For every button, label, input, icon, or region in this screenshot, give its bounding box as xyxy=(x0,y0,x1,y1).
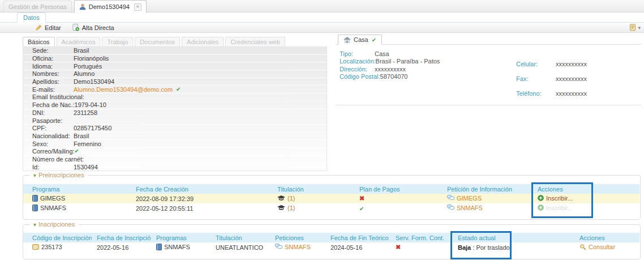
field-value: Brasil - Paraíba - Patos xyxy=(376,58,440,65)
inscribir-button[interactable]: Inscribir... xyxy=(546,204,573,211)
check-icon: ✔ xyxy=(176,86,181,93)
fecha-creacion-value: 2022-08-09 17:32:39 xyxy=(131,194,272,203)
alta-directa-button-label: Alta Directa xyxy=(82,24,114,31)
table-row-235173[interactable]: 235173 2022-05-16 SNMAFS UNEATLANTICO SN… xyxy=(23,242,639,252)
field-label: Teléfono: xyxy=(516,90,556,97)
field-value: Demo1530494 xyxy=(74,78,114,85)
field-label: Pasaporte: xyxy=(32,117,74,124)
tab-datos[interactable]: Datos xyxy=(17,12,46,23)
field-value: Portugués xyxy=(74,63,102,70)
table-row-snmafs[interactable]: SNMAFS 2022-05-12 20:55:11 (1) ✔ SNMAFS … xyxy=(23,203,639,213)
field-label: DNI: xyxy=(32,109,74,116)
check-icon: ✔ xyxy=(359,206,364,212)
speech-bubbles-icon xyxy=(447,195,454,201)
preinscripciones-legend[interactable]: ▾ Preinscripciones xyxy=(30,172,88,178)
field-label: Nombres: xyxy=(32,70,74,77)
tab-gestion-de-personas[interactable]: Gestión de Personas xyxy=(3,1,72,12)
email-link[interactable]: Alumno.Demo1530494@demo.com xyxy=(74,86,173,93)
codigo-value: 235173 xyxy=(41,244,62,250)
titulacion-value: UNEATLANTICO xyxy=(211,242,270,252)
tab-demo1530494[interactable]: Demo1530494 ✕ xyxy=(74,0,147,12)
col-plan-de-pagos: Plan de Pagos xyxy=(354,184,442,194)
inscripciones-section: ▾ Inscripciones Código de Inscripción Fe… xyxy=(23,224,641,259)
field-label: Idioma: xyxy=(32,63,74,70)
tab-academicos[interactable]: Académicos xyxy=(57,37,101,46)
consultar-button[interactable]: Consultar xyxy=(589,244,615,250)
field-value: xxxxxxxxxx xyxy=(375,66,406,73)
field-value: 1530494 xyxy=(74,164,98,171)
field-label: Sexo: xyxy=(32,140,74,147)
programa-value: SNMAFS xyxy=(164,244,190,250)
field-label: Nacionalidad: xyxy=(32,133,74,139)
col-acciones: Acciones xyxy=(533,184,587,194)
report-icon xyxy=(629,24,637,31)
field-row-nombres: Nombres:Alumno xyxy=(23,70,327,78)
toolbar-menu-button[interactable]: ▾ xyxy=(629,24,641,31)
person-panel: Básicos Académicos Trabajo Documentos Ad… xyxy=(23,35,327,171)
tab-credenciales-web[interactable]: Credenciales web xyxy=(225,37,285,46)
tab-adicionales[interactable]: Adicionales xyxy=(182,37,224,46)
field-row-emails: E-mails:Alumno.Demo1530494@demo.com✔ xyxy=(23,86,327,93)
address-tab-bar: Casa ✔ xyxy=(336,35,641,45)
tab-trabajo[interactable]: Trabajo xyxy=(102,37,133,46)
fecha-inscripcion-value: 2022-05-16 xyxy=(92,242,151,252)
tab-casa[interactable]: Casa ✔ xyxy=(338,35,382,45)
field-label: Código Postal: xyxy=(340,73,380,80)
field-label: Dirección: xyxy=(340,66,375,73)
peticion-link[interactable]: GIMEGS xyxy=(457,195,482,202)
speech-bubbles-icon xyxy=(275,244,282,250)
cross-icon: ✖ xyxy=(359,195,364,202)
field-value: 1979-04-10 xyxy=(75,101,106,108)
titulacion-count[interactable]: (1) xyxy=(287,195,295,202)
field-label: Tipo: xyxy=(340,50,375,57)
field-label: Id: xyxy=(32,164,74,171)
peticion-link[interactable]: SNMAFS xyxy=(457,204,483,211)
address-panel: Casa ✔ Tipo:Casa Localización:Brasil - P… xyxy=(336,35,641,105)
col-fecha-creacion: Fecha de Creación xyxy=(131,184,272,194)
program-icon xyxy=(32,195,38,202)
field-row-dni: DNI:2311258 xyxy=(23,109,327,117)
plus-circle-icon xyxy=(538,195,544,201)
toolbar: Editar Alta Directa ▾ xyxy=(0,23,644,33)
magnifier-icon xyxy=(579,244,586,250)
estado-actual-detail: : Por traslado xyxy=(471,244,509,251)
enrollment-card-icon xyxy=(32,244,39,250)
programa-value: SNMAFS xyxy=(40,204,66,211)
tab-label: Demo1530494 xyxy=(89,3,130,10)
preinscripciones-table: Programa Fecha de Creación Titulación Pl… xyxy=(23,184,639,213)
col-peticiones: Peticiones xyxy=(270,233,325,242)
close-icon[interactable]: ✕ xyxy=(134,3,141,11)
tab-basicos[interactable]: Básicos xyxy=(23,37,55,46)
field-label: Celular: xyxy=(516,61,556,67)
tab-documentos[interactable]: Documentos xyxy=(135,37,180,46)
section-title: Preinscripciones xyxy=(38,172,84,178)
table-row-gimegs[interactable]: GIMEGS 2022-08-09 17:32:39 (1) ✖ GIMEGS … xyxy=(23,194,639,203)
table-header-row: Programa Fecha de Creación Titulación Pl… xyxy=(23,184,639,194)
edit-button-label: Editar xyxy=(45,24,61,31)
field-value: 02857175450 xyxy=(74,125,111,131)
col-acciones: Acciones xyxy=(574,233,639,242)
plus-circle-icon xyxy=(538,204,544,211)
person-fields: Sede:Brasil Oficina:Florianópolis Idioma… xyxy=(23,46,327,171)
collapse-icon: ▾ xyxy=(33,221,36,228)
alta-directa-button[interactable]: Alta Directa xyxy=(72,24,114,31)
col-peticion-informacion: Petición de Información xyxy=(442,184,533,194)
field-value: Casa xyxy=(375,50,389,57)
col-estado-actual: Estado actual xyxy=(453,233,574,242)
address-content: Tipo:Casa Localización:Brasil - Paraíba … xyxy=(336,45,641,105)
field-row-fecha-nac: Fecha de Nac.:1979-04-10 xyxy=(23,101,327,109)
col-titulacion: Titulación xyxy=(272,184,354,194)
field-row-oficina: Oficina:Florianópolis xyxy=(23,55,327,63)
col-filler xyxy=(587,184,639,194)
program-icon xyxy=(156,244,162,250)
peticion-link[interactable]: SNMAFS xyxy=(285,244,311,250)
edit-button[interactable]: Editar xyxy=(35,24,61,31)
inscribir-button[interactable]: Inscribir... xyxy=(546,195,573,202)
titulacion-count[interactable]: (1) xyxy=(287,204,295,211)
field-label: Correo/Mailing: xyxy=(32,148,75,155)
inscripciones-legend[interactable]: ▾ Inscripciones xyxy=(30,221,78,228)
field-row-sede: Sede:Brasil xyxy=(23,47,327,55)
address-field-tipo: Tipo:Casa xyxy=(336,50,641,58)
col-titulacion: Titulación xyxy=(211,233,270,242)
col-codigo-inscripcion: Código de Inscripción xyxy=(23,233,92,242)
